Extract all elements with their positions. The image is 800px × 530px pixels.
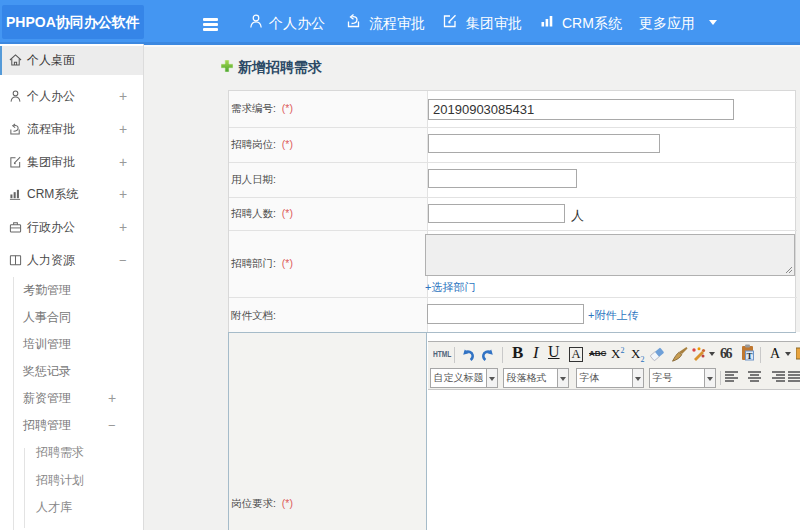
- svg-text:T: T: [746, 351, 752, 361]
